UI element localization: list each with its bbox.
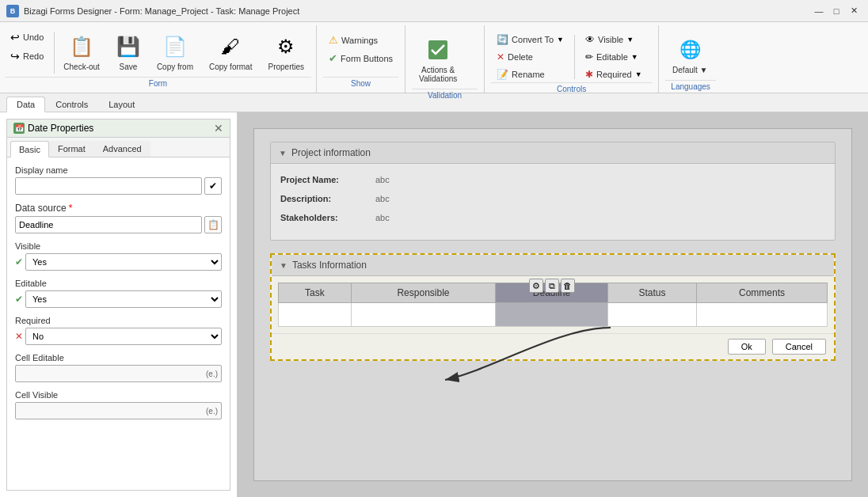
visible-label: Visible: [15, 241, 222, 251]
cell-editable-input-row: [15, 365, 222, 382]
default-language-button[interactable]: 🌐 Default ▼: [665, 32, 714, 80]
tab-layout[interactable]: Layout: [98, 97, 145, 112]
rename-button[interactable]: 📝 Rename: [491, 66, 569, 82]
tasks-info-header[interactable]: ▼ Tasks Information: [272, 255, 834, 276]
ribbon-controls-section: 🔄 Convert To ▼ ✕ Delete 📝 Rename 👁: [485, 25, 659, 93]
tab-controls[interactable]: Controls: [45, 97, 98, 112]
grid-data-row: [279, 303, 828, 327]
default-language-icon: 🌐: [677, 37, 702, 63]
convert-to-arrow: ▼: [557, 36, 564, 44]
minimize-btn[interactable]: —: [811, 4, 827, 18]
actions-validations-button[interactable]: Actions &Validations: [412, 32, 464, 89]
props-tab-format[interactable]: Format: [49, 141, 94, 157]
rename-label: Rename: [512, 70, 545, 79]
visible-button[interactable]: 👁 Visible ▼: [580, 32, 648, 47]
col-task: Task: [279, 283, 352, 303]
col-status: Status: [607, 283, 696, 303]
properties-button[interactable]: ⚙ Properties: [261, 28, 311, 77]
date-props-icon: 📅: [13, 123, 25, 134]
ribbon-languages-section-label: Languages: [665, 80, 716, 93]
display-name-group: Display name ✔: [15, 165, 222, 195]
grid-cell-task[interactable]: [279, 303, 352, 327]
form-buttons-button[interactable]: ✔ Form Buttons: [323, 50, 398, 66]
ribbon-languages-buttons: 🌐 Default ▼: [665, 28, 716, 80]
checkout-label: Check-out: [63, 63, 100, 71]
visible-arrow: ▼: [626, 36, 634, 44]
checkout-button[interactable]: 📋 Check-out: [56, 28, 107, 77]
convert-to-button[interactable]: 🔄 Convert To ▼: [491, 32, 569, 47]
tab-data[interactable]: Data: [6, 97, 45, 112]
description-label: Description:: [280, 192, 360, 203]
visible-group: Visible ✔ Yes No: [15, 241, 222, 271]
delete-button[interactable]: ✕ Delete: [491, 49, 569, 65]
undo-label: Undo: [23, 32, 44, 42]
required-select-row: ✕ No Yes: [15, 328, 222, 345]
save-icon: 💾: [116, 34, 141, 59]
grid-cell-deadline[interactable]: [496, 303, 608, 327]
main-content: 📅 Date Properties ✕ Basic Format Advance…: [0, 112, 868, 497]
checkout-icon: 📋: [69, 34, 94, 59]
date-props-close-button[interactable]: ✕: [214, 123, 223, 134]
display-name-check-btn[interactable]: ✔: [204, 177, 222, 195]
ribbon-divider-2: [574, 35, 575, 79]
ribbon-controls-section-label: Controls: [491, 82, 652, 95]
close-btn[interactable]: ✕: [846, 4, 862, 18]
project-info-header[interactable]: ▼ Project information: [271, 142, 835, 164]
description-value: abc: [375, 192, 825, 203]
editable-button[interactable]: ✏ Editable ▼: [580, 49, 648, 65]
visible-select[interactable]: Yes No: [25, 253, 222, 271]
default-language-label: Default ▼: [672, 66, 707, 74]
undo-button[interactable]: ↩ Undo: [5, 28, 49, 46]
copy-from-button[interactable]: 📄 Copy from: [150, 28, 200, 77]
save-label: Save: [119, 63, 137, 71]
cell-visible-input[interactable]: [15, 402, 222, 419]
cancel-button[interactable]: Cancel: [772, 339, 826, 355]
copy-format-icon: 🖌: [218, 34, 243, 59]
col-deadline[interactable]: ⚙ ⧉ 🗑 Deadline: [496, 283, 608, 303]
maximize-btn[interactable]: □: [828, 4, 844, 18]
copy-format-button[interactable]: 🖌 Copy format: [202, 28, 259, 77]
ribbon-controls-buttons: 🔄 Convert To ▼ ✕ Delete 📝 Rename 👁: [491, 28, 652, 82]
ok-button[interactable]: Ok: [728, 339, 766, 355]
display-name-input[interactable]: [15, 177, 202, 195]
rename-icon: 📝: [497, 69, 508, 80]
redo-icon: ↪: [10, 50, 20, 63]
required-select[interactable]: No Yes: [25, 328, 222, 345]
grid-cell-responsible[interactable]: [351, 303, 496, 327]
ribbon-validation-section: Actions &Validations Validation: [405, 25, 485, 93]
properties-icon: ⚙: [273, 34, 299, 59]
data-source-label: Data source *: [15, 203, 222, 214]
required-star: *: [69, 203, 73, 214]
title-bar-left: B Bizagi Forms Designer - Form: Manage_P…: [6, 5, 299, 17]
warnings-label: Warnings: [341, 36, 378, 45]
description-row: Description: abc: [280, 192, 825, 203]
ribbon-form-section: ↩ Undo ↪ Redo 📋 Check-out 💾 Save 📄 C: [0, 25, 317, 93]
editable-select[interactable]: Yes No: [25, 290, 222, 308]
col-copy-btn[interactable]: ⧉: [545, 279, 559, 293]
ribbon-divider-1: [54, 32, 55, 74]
warnings-button[interactable]: ⚠ Warnings: [323, 32, 398, 48]
date-props-title: 📅 Date Properties: [13, 123, 93, 134]
data-source-browse-btn[interactable]: 📋: [204, 216, 222, 233]
props-tab-advanced[interactable]: Advanced: [94, 141, 150, 157]
cell-editable-label: Cell Editable: [15, 353, 222, 362]
data-source-input[interactable]: [15, 216, 202, 233]
col-delete-btn[interactable]: 🗑: [561, 279, 575, 293]
project-info-body: Project Name: abc Description: abc Stake…: [271, 164, 835, 240]
col-settings-btn[interactable]: ⚙: [529, 279, 543, 293]
grid-cell-comments[interactable]: [697, 303, 828, 327]
tasks-arrow-icon: ▼: [280, 261, 287, 270]
required-button[interactable]: ✱ Required ▼: [580, 66, 648, 82]
required-label: Required: [15, 316, 222, 325]
props-tab-basic[interactable]: Basic: [10, 141, 49, 157]
ribbon-form-buttons: ↩ Undo ↪ Redo 📋 Check-out 💾 Save 📄 C: [5, 28, 311, 77]
save-button[interactable]: 💾 Save: [108, 28, 148, 77]
editable-group: Editable ✔ Yes No: [15, 279, 222, 308]
properties-label: Properties: [268, 63, 304, 71]
cell-editable-input[interactable]: [15, 365, 222, 382]
undo-redo-group: ↩ Undo ↪ Redo: [5, 28, 49, 65]
grid-cell-status[interactable]: [607, 303, 696, 327]
grid-header-row: Task Responsible ⚙ ⧉ 🗑: [279, 283, 828, 303]
redo-button[interactable]: ↪ Redo: [5, 47, 49, 65]
ribbon-languages-section: 🌐 Default ▼ Languages: [659, 25, 722, 93]
